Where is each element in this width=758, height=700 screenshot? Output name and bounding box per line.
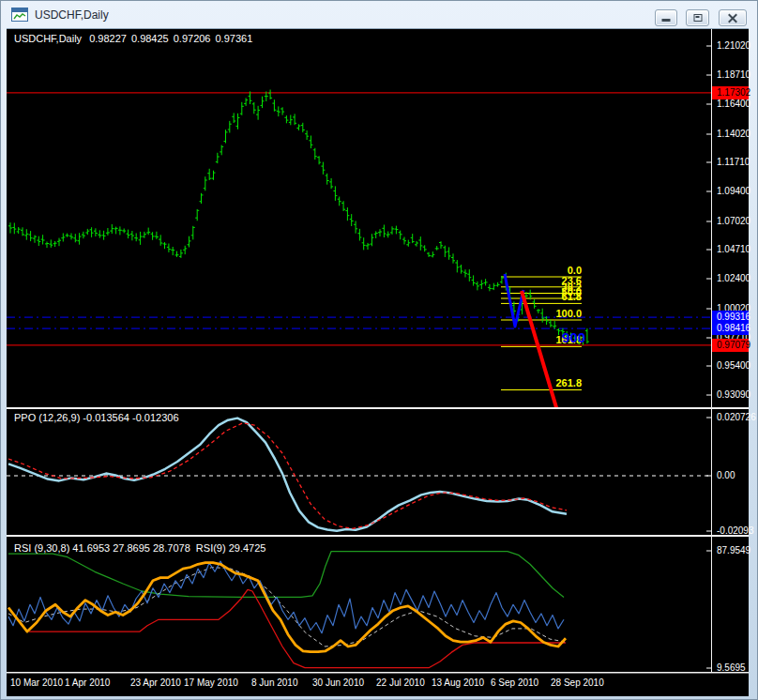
upper-band-line	[8, 552, 564, 598]
date-axis-label: 28 Sep 2010	[551, 677, 604, 688]
pane-separator[interactable]	[7, 535, 749, 537]
price-axis-label: 1.18710	[717, 69, 754, 81]
restore-icon	[693, 14, 702, 22]
price-axis-label: 0.93090	[717, 389, 754, 401]
date-axis-label: 30 Jun 2010	[312, 677, 364, 688]
minimize-button[interactable]	[655, 9, 677, 26]
fib-level-label: 100.0	[555, 308, 582, 319]
date-axis-label: 22 Jul 2010	[376, 677, 425, 688]
date-axis-label: 8 Jun 2010	[251, 677, 298, 688]
ohlc-readout: USDCHF,Daily 0.982270.984250.972060.9736…	[14, 33, 257, 44]
window-title: USDCHF,Daily	[35, 8, 109, 22]
low-value: 0.97206	[174, 33, 211, 44]
date-axis-label: 13 Aug 2010	[432, 677, 484, 688]
close-icon	[728, 14, 737, 23]
chart-window-icon	[11, 8, 28, 22]
price-axis-label: 1.16400	[717, 99, 754, 110]
price-axis-label: 1.07020	[717, 216, 754, 227]
price-axis-label: 1.14020	[717, 129, 754, 140]
fib-level-label: 61.8	[562, 291, 582, 302]
rsi-pane[interactable]	[8, 552, 566, 668]
rsi-smoothed-orange-line	[8, 563, 566, 652]
rsi-axis-label: 9.5695	[717, 662, 754, 674]
rsi-indicator-label: RSI (9,30,8) 41.6953 27.8695 28.7078 RSI…	[14, 542, 265, 554]
date-axis-label: 1 Apr 2010	[65, 677, 110, 688]
rsi-axis-label: 87.9549	[717, 545, 754, 556]
chart-canvas[interactable]: 0.023.638.250.061.8100.0161.8261.8	[7, 29, 749, 696]
title-bar[interactable]: USDCHF,Daily	[1, 1, 757, 29]
symbol-label: USDCHF,Daily	[14, 33, 82, 44]
ppo-main-line	[8, 418, 567, 531]
price-axis-label: 1.21020	[717, 40, 754, 52]
fib-level-label: 261.8	[555, 377, 582, 388]
price-axis-label: 0.95400	[717, 360, 754, 372]
trendline-annotation	[522, 291, 558, 414]
price-level-badge: 1.17302	[712, 86, 749, 99]
date-axis-label: 23 Apr 2010	[130, 677, 181, 688]
date-axis-label: 17 May 2010	[184, 677, 238, 688]
ppo-axis-label: 0.00	[717, 470, 754, 481]
chart-client-area[interactable]: 0.023.638.250.061.8100.0161.8261.8 USDCH…	[7, 29, 749, 696]
time-axis-border	[7, 672, 749, 674]
price-level-badge: 0.97079	[712, 339, 749, 352]
zigzag-annotation	[505, 274, 523, 327]
price-axis-label: 1.02400	[717, 273, 754, 284]
date-axis-label: 6 Sep 2010	[491, 677, 538, 688]
ppo-pane[interactable]	[7, 418, 711, 531]
price-level-badge: 0.98416	[712, 322, 749, 335]
restore-button[interactable]	[686, 9, 709, 26]
pane-separator[interactable]	[7, 407, 749, 409]
close-button[interactable]	[719, 9, 747, 26]
candlestick-series	[8, 90, 589, 345]
price-axis-label: 1.11710	[717, 157, 754, 168]
close-value: 0.97361	[215, 33, 252, 44]
price-axis-label: 1.04710	[717, 244, 754, 255]
price-axis-label: 1.09400	[717, 186, 754, 197]
chart-window: USDCHF,Daily 0.023.638.250.061.8100.0161…	[0, 0, 758, 700]
axis-tick-marks	[706, 46, 711, 668]
date-axis-label: 10 Mar 2010	[10, 677, 63, 688]
open-value: 0.98227	[89, 33, 127, 44]
ppo-indicator-label: PPO (12,26,9) -0.013564 -0.012306	[14, 412, 179, 423]
main-pane[interactable]: 0.023.638.250.061.8100.0161.8261.8	[7, 90, 711, 415]
lower-band-line	[29, 589, 566, 667]
fib-annotation-text: 900	[562, 329, 585, 345]
ppo-axis-label: 0.020726	[717, 412, 754, 423]
ppo-axis-label: -0.02093	[717, 525, 754, 537]
high-value: 0.98425	[131, 33, 169, 44]
minimize-icon	[662, 19, 671, 22]
